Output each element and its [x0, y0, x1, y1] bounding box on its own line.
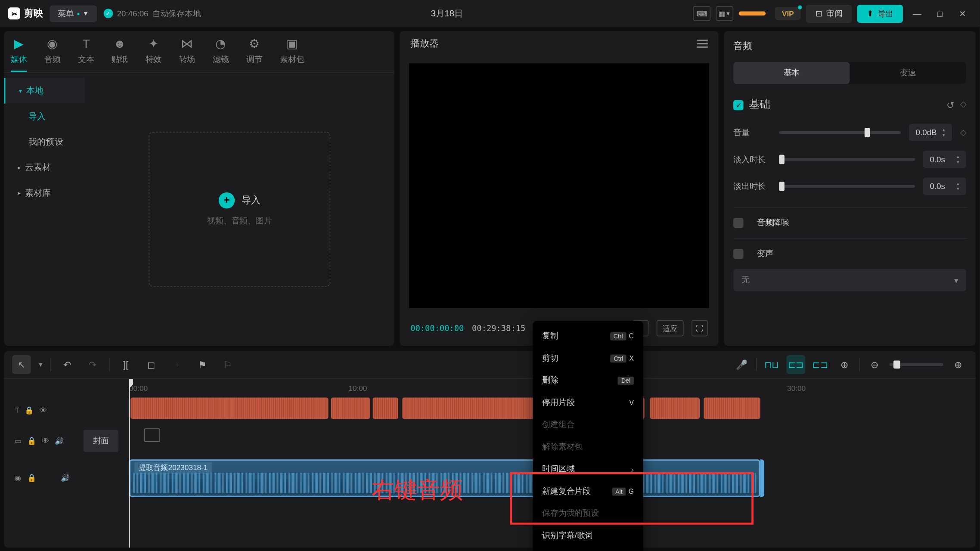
tab-filter[interactable]: ◔滤镜 [213, 36, 229, 72]
menu-copy[interactable]: 复制CtrlC [533, 325, 643, 347]
redo-button[interactable]: ↷ [84, 355, 102, 374]
fadein-label: 淡入时长 [733, 154, 771, 165]
fadeout-slider[interactable] [779, 185, 915, 188]
voice-dropdown[interactable]: 无▾ [733, 269, 966, 291]
tab-text[interactable]: T文本 [78, 36, 94, 72]
zoom-in-icon[interactable]: ⊕ [949, 355, 968, 374]
tab-audio[interactable]: ◉音频 [44, 36, 61, 72]
maximize-button[interactable]: □ [931, 5, 949, 22]
menu-delete[interactable]: 删除Del [533, 369, 643, 392]
link-icon[interactable]: ⊏⊐ [787, 355, 806, 374]
menu-disable[interactable]: 停用片段V [533, 391, 643, 414]
text-track-head: T 🔒 👁 [9, 397, 124, 423]
basics-label: 基础 [749, 98, 770, 110]
review-button[interactable]: ⊡ 审阅 [806, 4, 852, 22]
voice-checkbox[interactable] [733, 249, 743, 259]
fit-button[interactable]: 适应 [657, 320, 684, 337]
text-clip[interactable] [704, 397, 760, 419]
cover-button[interactable]: 封面 [84, 430, 118, 452]
volume-value[interactable]: 0.0dB▴▾ [909, 124, 952, 142]
tab-adjust[interactable]: ⚙调节 [246, 36, 263, 72]
preview-icon[interactable]: ⊕ [835, 355, 854, 374]
keyframe-icon[interactable]: ◇ [960, 99, 966, 110]
volume-keyframe[interactable]: ◇ [960, 128, 966, 137]
zoom-out-icon[interactable]: ⊖ [865, 355, 884, 374]
eye-icon[interactable]: 👁 [42, 436, 49, 445]
audio-icon: ◉ [45, 36, 60, 51]
volume-label: 音量 [733, 127, 771, 139]
import-dropzone[interactable]: + 导入 视频、音频、图片 [149, 132, 330, 286]
playhead[interactable] [129, 379, 130, 548]
text-clip[interactable] [650, 397, 700, 419]
sidebar-library[interactable]: ▸素材库 [4, 180, 85, 206]
text-track-icon: T [15, 406, 19, 415]
time-current: 00:00:00:00 [410, 324, 464, 333]
sidebar-local[interactable]: ▾本地 [4, 78, 85, 103]
lock-icon[interactable]: 🔒 [25, 406, 34, 415]
tab-media[interactable]: ▶媒体 [11, 36, 27, 72]
props-title: 音频 [733, 40, 966, 53]
marker2-tool[interactable]: ⚐ [219, 355, 238, 374]
text-clip[interactable] [130, 397, 328, 419]
close-button[interactable]: ✕ [954, 5, 972, 22]
tab-basic[interactable]: 基本 [733, 62, 850, 84]
export-button[interactable]: ⬆ 导出 [857, 4, 903, 22]
basics-checkbox[interactable]: ✓ [733, 100, 743, 110]
fadeout-label: 淡出时长 [733, 181, 771, 192]
sidebar-preset[interactable]: 我的预设 [4, 129, 85, 155]
fadein-slider[interactable] [779, 158, 915, 161]
keyboard-icon[interactable]: ⌨ [693, 6, 711, 21]
mute-icon[interactable]: 🔊 [61, 473, 70, 482]
pointer-tool[interactable]: ↖ [12, 355, 31, 374]
split-tool[interactable]: ][ [116, 355, 135, 374]
eye-icon[interactable]: 👁 [40, 406, 47, 415]
progress-indicator [739, 12, 766, 15]
project-title[interactable]: 3月18日 [431, 7, 463, 19]
sidebar-import[interactable]: 导入 [4, 104, 85, 129]
props-tabs: 基本 变速 [733, 62, 966, 84]
upload-icon: ⬆ [867, 9, 874, 18]
menu-cut[interactable]: 剪切CtrlX [533, 347, 643, 369]
fadeout-value[interactable]: 0.0s▴▾ [923, 178, 966, 195]
menu-recognize[interactable]: 识别字幕/歌词 [533, 525, 643, 547]
filter-icon: ◔ [213, 36, 228, 51]
text-clip[interactable] [331, 397, 370, 419]
crop-tool[interactable]: ◻ [142, 355, 161, 374]
snap-icon[interactable]: ⊏⊐ [811, 355, 830, 374]
magnet-icon[interactable]: ⊓⊔ [762, 355, 781, 374]
track-headers: T 🔒 👁 ▭ 🔒 👁 🔊 封面 ◉ 🔒 [4, 379, 129, 548]
text-clip[interactable] [373, 397, 398, 419]
tab-sticker[interactable]: ☻贴纸 [112, 36, 128, 72]
marker-tool[interactable]: ⚑ [193, 355, 212, 374]
text-icon: T [79, 36, 93, 51]
titlebar: ✂ 剪映 菜单●▼ ✓ 20:46:06 自动保存本地 3月18日 ⌨ ▦ ▼ … [0, 0, 980, 27]
voice-label: 变声 [757, 248, 773, 260]
tab-package[interactable]: ▣素材包 [280, 36, 304, 72]
undo-button[interactable]: ↶ [58, 355, 77, 374]
mute-icon[interactable]: 🔊 [55, 436, 64, 445]
vip-button[interactable]: VIP [775, 7, 800, 20]
volume-slider[interactable] [779, 131, 901, 134]
sidebar-cloud[interactable]: ▸云素材 [4, 155, 85, 180]
minimize-button[interactable]: — [908, 5, 926, 22]
video-canvas[interactable] [409, 63, 709, 308]
lock-icon[interactable]: 🔒 [27, 473, 37, 482]
mic-icon[interactable]: 🎤 [732, 355, 751, 374]
layout-icon[interactable]: ▦ ▼ [716, 6, 734, 21]
delete-tool[interactable]: ▫ [167, 355, 186, 374]
player-panel: 播放器 00:00:00:00 00:29:38:15 ⊙ 适应 ⛶ [400, 31, 719, 346]
tab-effects[interactable]: ✦特效 [146, 36, 162, 72]
tab-speed[interactable]: 变速 [850, 62, 966, 84]
reset-icon[interactable]: ↺ [946, 99, 955, 110]
media-icon: ▶ [12, 36, 26, 51]
menu-button[interactable]: 菜单●▼ [50, 5, 97, 22]
tab-transition[interactable]: ⋈转场 [179, 36, 195, 72]
player-menu-icon[interactable] [697, 40, 708, 48]
fadein-value[interactable]: 0.0s▴▾ [923, 151, 966, 168]
video-track-head: ▭ 🔒 👁 🔊 封面 [9, 423, 124, 458]
fullscreen-icon[interactable]: ⛶ [692, 320, 708, 337]
zoom-slider[interactable] [890, 363, 943, 366]
denoise-checkbox[interactable] [733, 218, 743, 228]
lock-icon[interactable]: 🔒 [27, 436, 37, 445]
audio-clip-handle[interactable] [760, 459, 764, 497]
